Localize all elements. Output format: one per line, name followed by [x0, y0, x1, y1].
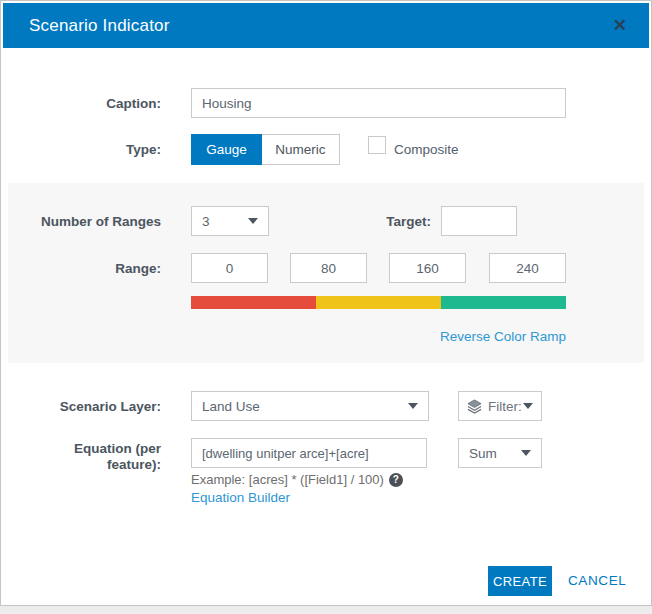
aggregation-dropdown[interactable]: Sum — [458, 438, 542, 468]
equation-label: Equation (per feature): — [1, 441, 161, 473]
range-input-2[interactable] — [290, 253, 367, 283]
range-input-3[interactable] — [389, 253, 466, 283]
scenario-layer-label: Scenario Layer: — [1, 399, 161, 414]
equation-label-line1: Equation (per — [1, 441, 161, 457]
color-ramp-yellow — [316, 296, 441, 309]
target-input[interactable] — [441, 206, 517, 236]
type-gauge-button[interactable]: Gauge — [191, 134, 262, 165]
chevron-down-icon — [408, 403, 418, 409]
equation-example-text: Example: [acres] * ([Field1] / 100) — [191, 472, 384, 487]
type-numeric-button[interactable]: Numeric — [262, 134, 340, 165]
scenario-indicator-dialog: Scenario Indicator ✕ Caption: Type: Gaug… — [0, 0, 652, 606]
range-input-1[interactable] — [191, 253, 268, 283]
equation-input[interactable] — [191, 438, 427, 468]
filter-label: Filter: — [488, 399, 523, 414]
caption-input[interactable] — [191, 88, 566, 118]
caption-label: Caption: — [1, 96, 161, 111]
equation-builder-link[interactable]: Equation Builder — [191, 490, 290, 505]
cancel-button[interactable]: CANCEL — [568, 573, 626, 588]
target-label: Target: — [271, 214, 431, 229]
help-icon[interactable]: ? — [389, 473, 403, 487]
range-input-4[interactable] — [489, 253, 566, 283]
number-of-ranges-dropdown[interactable]: 3 — [191, 206, 269, 236]
color-ramp — [191, 296, 566, 309]
layers-icon — [467, 399, 482, 414]
create-button[interactable]: CREATE — [488, 566, 552, 596]
color-ramp-green — [441, 296, 566, 309]
scenario-layer-value: Land Use — [202, 399, 408, 414]
chevron-down-icon — [248, 218, 258, 224]
chevron-down-icon — [523, 403, 533, 409]
composite-checkbox[interactable] — [368, 136, 386, 154]
equation-label-line2: feature): — [1, 457, 161, 473]
range-label: Range: — [1, 261, 161, 276]
reverse-color-ramp-link[interactable]: Reverse Color Ramp — [191, 329, 566, 344]
dialog-title: Scenario Indicator — [3, 16, 170, 36]
close-icon[interactable]: ✕ — [607, 3, 633, 48]
scenario-layer-dropdown[interactable]: Land Use — [191, 391, 429, 421]
equation-example-row: Example: [acres] * ([Field1] / 100) ? — [191, 472, 403, 487]
filter-button[interactable]: Filter: — [458, 391, 542, 421]
aggregation-value: Sum — [469, 446, 521, 461]
type-label: Type: — [1, 142, 161, 157]
number-of-ranges-value: 3 — [202, 214, 248, 229]
composite-label: Composite — [394, 142, 459, 157]
dialog-header: Scenario Indicator ✕ — [3, 3, 649, 48]
number-of-ranges-label: Number of Ranges — [1, 214, 161, 229]
color-ramp-red — [191, 296, 316, 309]
chevron-down-icon — [521, 450, 531, 456]
